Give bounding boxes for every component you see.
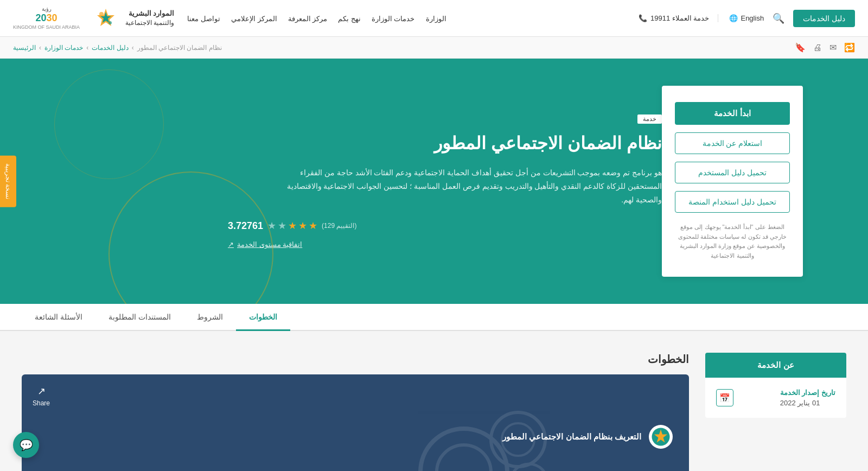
hero-title: نظام الضمان الاجتماعي المطور: [228, 132, 662, 155]
hero-description: هو برنامج تم وضعه بموجب التشريعات من أجل…: [282, 166, 662, 207]
breadcrumb-home[interactable]: الرئيسية: [13, 44, 36, 52]
breadcrumb-sep1: ›: [39, 44, 41, 52]
share-icon: ↗: [37, 385, 46, 397]
tab-documents[interactable]: المستندات المطلوبة: [95, 304, 184, 330]
header-left: دليل الخدمات 🔍 English 🌐 خدمة العملاء 19…: [639, 10, 855, 27]
main-navigation: الوزارة خدمات الوزارة نهج بكم مركز المعر…: [13, 5, 446, 31]
steps-title: الخطوات: [22, 353, 689, 366]
rating-area: (التقييم 129) ★ ★ ★ ★ ★ 3.72761: [228, 220, 662, 232]
service-date-label: تاريخ إصدار الخدمة: [780, 389, 835, 397]
hero-section: نسخة تجريبية ابدأ الخدمة استعلام عن الخد…: [0, 59, 868, 304]
sidebar-card: عن الخدمة تاريخ إصدار الخدمة 01 يناير 20…: [705, 353, 846, 418]
customer-service-label: خدمة العملاء 19911: [650, 14, 709, 22]
star-4: ★: [278, 220, 286, 232]
svg-point-2: [99, 12, 104, 16]
search-button[interactable]: 🔍: [773, 12, 784, 24]
english-label: English: [741, 14, 764, 22]
video-player[interactable]: ↗ Share التعريف بنظام الضمان الاجتماعي ا…: [22, 374, 689, 471]
chat-icon: 💬: [20, 438, 33, 451]
trial-tab[interactable]: نسخة تجريبية: [0, 156, 16, 207]
services-guide-button[interactable]: دليل الخدمات: [793, 10, 855, 27]
nav-knowledge[interactable]: مركز المعرفة: [288, 15, 328, 23]
nav-approach[interactable]: نهج بكم: [338, 15, 361, 23]
english-language-button[interactable]: English 🌐: [729, 14, 764, 22]
svg-point-3: [108, 21, 112, 24]
svg-point-6: [491, 412, 545, 467]
nav-media[interactable]: المركز الإعلامي: [231, 15, 277, 23]
share-button[interactable]: 🔁: [844, 42, 855, 53]
logo-sub-text: والتنمية الاجتماعية: [125, 18, 174, 28]
logo-area: الموارد البشرية والتنمية الاجتماعية: [93, 5, 174, 31]
customer-service: خدمة العملاء 19911 📞: [639, 14, 718, 22]
hero-content: خدمة نظام الضمان الاجتماعي المطور هو برن…: [228, 114, 662, 249]
email-button[interactable]: ✉: [829, 42, 837, 53]
ministry-logo-icon: [93, 5, 119, 31]
nav-links: الوزارة خدمات الوزارة نهج بكم مركز المعر…: [187, 14, 446, 23]
main-content: عن الخدمة تاريخ إصدار الخدمة 01 يناير 20…: [0, 331, 868, 471]
video-share-button[interactable]: ↗ Share: [33, 385, 50, 407]
stars: ★ ★ ★ ★ ★: [267, 220, 317, 232]
toolbar-icons: 🔁 ✉ 🖨 🔖: [795, 42, 855, 53]
calendar-icon-button[interactable]: 📅: [716, 389, 733, 406]
star-3: ★: [288, 220, 297, 232]
bookmark-button[interactable]: 🔖: [795, 42, 806, 53]
rating-count: (التقييم 129): [322, 222, 356, 230]
sidebar-card-header: عن الخدمة: [705, 353, 846, 378]
tabs-list: الخطوات الشروط المستندات المطلوبة الأسئل…: [22, 304, 290, 330]
phone-icon: 📞: [639, 14, 647, 22]
breadcrumb-sep2: ›: [86, 44, 88, 52]
print-button[interactable]: 🖨: [813, 43, 822, 53]
tab-steps[interactable]: الخطوات: [236, 304, 290, 330]
star-5: ★: [267, 220, 276, 232]
breadcrumb: نظام الضمان الاجتماعي المطور › دليل الخد…: [13, 44, 222, 52]
external-link-icon: ↗: [228, 240, 234, 249]
breadcrumb-sep3: ›: [132, 44, 134, 52]
rating-number: 3.72761: [228, 220, 263, 232]
service-date-value: 01 يناير 2022: [780, 399, 820, 407]
service-level-link[interactable]: اتفاقية مستوى الخدمة ↗: [228, 240, 662, 249]
platform-guide-download-button[interactable]: تحميل دليل استخدام المنصة: [675, 191, 790, 213]
vision-2030-logo: رؤية 2030 KINGDOM OF SAUDI ARABIA: [13, 6, 80, 30]
tab-conditions[interactable]: الشروط: [184, 304, 236, 330]
start-service-button[interactable]: ابدأ الخدمة: [675, 102, 790, 125]
share-label: Share: [33, 399, 50, 407]
svg-point-7: [502, 423, 534, 456]
nav-contact[interactable]: تواصل معنا: [187, 15, 220, 23]
header: دليل الخدمات 🔍 English 🌐 خدمة العملاء 19…: [0, 0, 868, 37]
logo-main-text: الموارد البشرية: [125, 9, 174, 18]
video-area: الخطوات ↗ Share التعريف بنظام الضمان: [22, 353, 689, 471]
breadcrumb-ministry-services[interactable]: خدمات الوزارة: [44, 44, 83, 52]
svg-point-5: [437, 445, 491, 471]
sidebar-card-body: تاريخ إصدار الخدمة 01 يناير 2022 📅: [705, 378, 846, 418]
tab-faq[interactable]: الأسئلة الشائعة: [22, 304, 95, 330]
breadcrumb-current: نظام الضمان الاجتماعي المطور: [137, 44, 222, 52]
star-2: ★: [298, 220, 307, 232]
inquiry-button[interactable]: استعلام عن الخدمة: [675, 132, 790, 154]
star-1: ★: [309, 220, 317, 232]
nav-ministry[interactable]: الوزارة: [426, 15, 446, 23]
breadcrumb-bar: 🔁 ✉ 🖨 🔖 نظام الضمان الاجتماعي المطور › د…: [0, 37, 868, 59]
user-guide-download-button[interactable]: تحميل دليل المستخدم: [675, 162, 790, 183]
video-gears-decoration: [22, 374, 689, 471]
tabs-navigation: الخطوات الشروط المستندات المطلوبة الأسئل…: [0, 304, 868, 331]
logo-text: الموارد البشرية والتنمية الاجتماعية: [125, 9, 174, 28]
service-badge: خدمة: [637, 114, 662, 124]
nav-ministry-services[interactable]: خدمات الوزارة: [372, 15, 415, 23]
calendar-icon: 📅: [719, 393, 730, 403]
card-note: الضغط على "ابدأ الخدمة" يوجهك إلى موقع خ…: [675, 222, 790, 260]
breadcrumb-services-guide[interactable]: دليل الخدمات: [92, 44, 128, 52]
globe-icon: 🌐: [729, 14, 738, 22]
chat-fab-button[interactable]: 💬: [13, 432, 39, 458]
service-level-text: اتفاقية مستوى الخدمة: [237, 240, 302, 249]
action-card: ابدأ الخدمة استعلام عن الخدمة تحميل دليل…: [662, 86, 803, 277]
service-date-row: تاريخ إصدار الخدمة 01 يناير 2022 📅: [716, 389, 835, 407]
